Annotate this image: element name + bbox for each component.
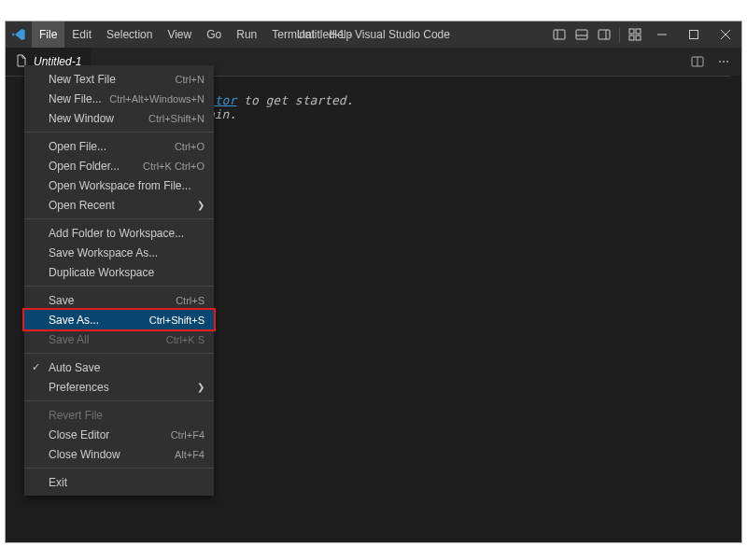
svg-rect-9: [636, 35, 641, 40]
layout-separator: [619, 27, 620, 42]
menu-help[interactable]: Help: [322, 21, 360, 48]
svg-rect-8: [629, 35, 634, 40]
menu-separator: [24, 286, 214, 287]
menu-go[interactable]: Go: [199, 21, 229, 48]
menu-edit[interactable]: Edit: [64, 21, 99, 48]
menu-separator: [24, 353, 214, 354]
menu-item-exit[interactable]: Exit: [24, 472, 214, 492]
more-actions-icon[interactable]: [713, 51, 734, 72]
menu-item-revert-file: Revert File: [24, 405, 214, 425]
menu-selection[interactable]: Selection: [99, 21, 160, 48]
window-minimize-button[interactable]: [646, 21, 678, 48]
toggle-primary-sidebar-icon[interactable]: [548, 21, 571, 48]
chevron-right-icon: ❯: [197, 382, 204, 392]
svg-point-18: [726, 61, 728, 63]
vscode-window: File Edit Selection View Go Run Terminal…: [6, 21, 741, 542]
svg-rect-2: [576, 30, 587, 39]
toggle-secondary-sidebar-icon[interactable]: [593, 21, 615, 48]
svg-rect-11: [690, 31, 698, 39]
menu-item-close-window[interactable]: Close Window Alt+F4: [24, 444, 214, 464]
vscode-logo-icon: [6, 21, 32, 48]
menu-separator: [24, 400, 214, 401]
menu-separator: [24, 468, 214, 469]
menubar: File Edit Selection View Go Run Terminal…: [32, 21, 359, 48]
menu-item-new-window[interactable]: New Window Ctrl+Shift+N: [24, 108, 214, 128]
menu-item-open-file[interactable]: Open File... Ctrl+O: [24, 136, 214, 156]
menu-item-open-workspace-from-file[interactable]: Open Workspace from File...: [24, 175, 214, 195]
menu-item-open-recent[interactable]: Open Recent ❯: [24, 195, 214, 215]
svg-rect-7: [636, 29, 641, 34]
menu-item-save-workspace-as[interactable]: Save Workspace As...: [24, 243, 214, 262]
menu-item-new-file[interactable]: New File... Ctrl+Alt+Windows+N: [24, 89, 214, 108]
svg-rect-0: [554, 30, 565, 39]
menu-view[interactable]: View: [160, 21, 199, 48]
file-menu-dropdown: New Text File Ctrl+N New File... Ctrl+Al…: [24, 65, 214, 496]
menu-item-auto-save[interactable]: ✓ Auto Save: [24, 357, 214, 377]
titlebar-controls: [548, 21, 741, 48]
window-maximize-button[interactable]: [678, 21, 710, 48]
menu-separator: [24, 218, 214, 219]
customize-layout-icon[interactable]: [624, 21, 646, 48]
svg-point-17: [723, 61, 725, 63]
menu-item-save-all: Save All Ctrl+K S: [24, 329, 214, 349]
window-close-button[interactable]: [710, 21, 741, 48]
toggle-panel-icon[interactable]: [571, 21, 593, 48]
menu-item-open-folder[interactable]: Open Folder... Ctrl+K Ctrl+O: [24, 156, 214, 175]
menu-separator: [24, 132, 214, 133]
menu-item-add-folder-to-workspace[interactable]: Add Folder to Workspace...: [24, 223, 214, 243]
menu-item-close-editor[interactable]: Close Editor Ctrl+F4: [24, 425, 214, 444]
svg-rect-6: [629, 29, 634, 34]
split-editor-icon[interactable]: [687, 51, 708, 72]
svg-point-16: [719, 61, 721, 63]
menu-terminal[interactable]: Terminal: [264, 21, 321, 48]
menu-item-duplicate-workspace[interactable]: Duplicate Workspace: [24, 262, 214, 282]
menu-item-preferences[interactable]: Preferences ❯: [24, 377, 214, 397]
menu-item-save[interactable]: Save Ctrl+S: [24, 290, 214, 310]
menu-item-new-text-file[interactable]: New Text File Ctrl+N: [24, 69, 214, 89]
menu-file[interactable]: File: [32, 21, 64, 48]
titlebar: File Edit Selection View Go Run Terminal…: [6, 21, 741, 48]
chevron-right-icon: ❯: [197, 200, 204, 210]
check-icon: ✓: [32, 357, 40, 377]
menu-item-save-as[interactable]: Save As... Ctrl+Shift+S: [24, 310, 214, 329]
svg-rect-4: [599, 30, 610, 39]
menu-run[interactable]: Run: [229, 21, 264, 48]
